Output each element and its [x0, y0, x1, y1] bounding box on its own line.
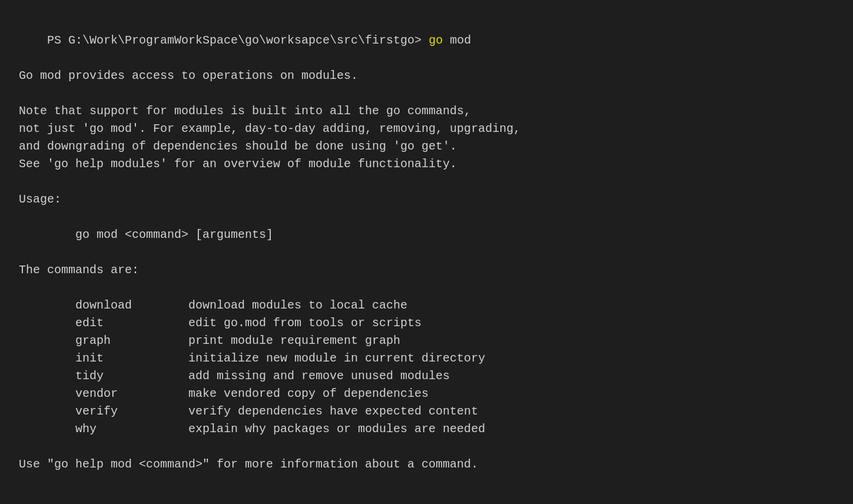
usage-cmd: go mod <command> [arguments]	[19, 226, 834, 244]
command-row: download download modules to local cache	[19, 297, 834, 314]
command-row: verify verify dependencies have expected…	[19, 403, 834, 420]
note-line-3: and downgrading of dependencies should b…	[19, 138, 834, 155]
blank-1	[19, 85, 834, 102]
blank-2	[19, 173, 834, 191]
cmd-go: go	[429, 34, 443, 47]
commands-label: The commands are:	[19, 261, 834, 279]
blank-4	[19, 244, 834, 261]
note-line-2: not just 'go mod'. For example, day-to-d…	[19, 120, 834, 138]
cmd-rest: mod	[443, 34, 471, 47]
blank-5	[19, 279, 834, 297]
prompt-text: PS G:\Work\ProgramWorkSpace\go\worksapce…	[47, 34, 429, 47]
prompt-line: PS G:\Work\ProgramWorkSpace\go\worksapce…	[19, 14, 834, 67]
footer-line: Use "go help mod <command>" for more inf…	[19, 456, 834, 473]
command-row: graph print module requirement graph	[19, 332, 834, 350]
note-line-4: See 'go help modules' for an overview of…	[19, 155, 834, 173]
usage-label: Usage:	[19, 191, 834, 208]
commands-list: download download modules to local cache…	[19, 297, 834, 438]
command-row: vendor make vendored copy of dependencie…	[19, 385, 834, 403]
description-line: Go mod provides access to operations on …	[19, 67, 834, 85]
command-row: tidy add missing and remove unused modul…	[19, 367, 834, 385]
command-row: init initialize new module in current di…	[19, 350, 834, 367]
command-row: edit edit go.mod from tools or scripts	[19, 314, 834, 332]
command-row: why explain why packages or modules are …	[19, 420, 834, 438]
blank-6	[19, 438, 834, 456]
note-line-1: Note that support for modules is built i…	[19, 102, 834, 120]
blank-3	[19, 208, 834, 226]
terminal-window: PS G:\Work\ProgramWorkSpace\go\worksapce…	[19, 14, 834, 473]
